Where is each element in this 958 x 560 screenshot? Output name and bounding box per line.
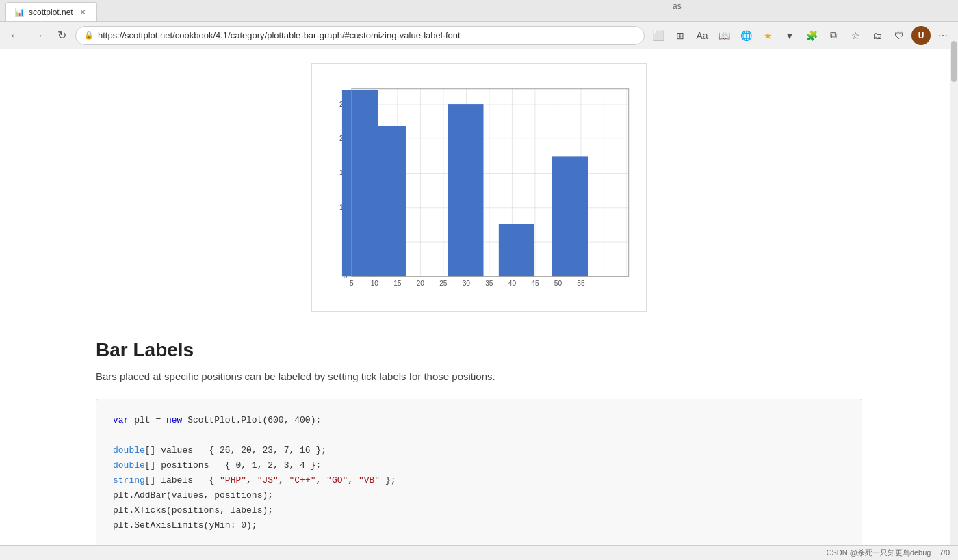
tab-search-button[interactable]: ⊞ bbox=[671, 26, 690, 45]
browser-tab[interactable]: 📊 scottplot.net ✕ bbox=[5, 2, 97, 21]
reader-button[interactable]: Aa bbox=[692, 26, 712, 45]
tab-title: scottplot.net bbox=[29, 8, 73, 17]
code-comma-4: , bbox=[348, 475, 359, 485]
svg-text:35: 35 bbox=[485, 280, 493, 287]
code-line4-rest: [] positions = { 0, 1, 2, 3, 4 }; bbox=[145, 460, 321, 470]
code-comma-1: , bbox=[246, 475, 257, 485]
code-line5-post: }; bbox=[380, 475, 396, 485]
code-line1-end: ScottPlot.Plot(600, 400); bbox=[182, 415, 321, 425]
collections-icon-button[interactable]: 🗂 bbox=[868, 26, 887, 45]
code-string-vb: "VB" bbox=[359, 475, 380, 485]
back-button[interactable]: ← bbox=[5, 26, 25, 45]
split-screen-button[interactable]: ⧉ bbox=[824, 26, 843, 45]
page-content: 0 5 10 15 20 25 5 10 15 20 25 30 35 40 4… bbox=[68, 49, 890, 560]
toolbar-icons: ⬜ ⊞ Aa 📖 🌐 ★ ▼ 🧩 ⧉ ☆ 🗂 🛡 U ⋯ bbox=[649, 26, 953, 45]
bar-4 bbox=[499, 224, 534, 276]
tab-favicon: 📊 bbox=[14, 8, 25, 17]
translate-button[interactable]: 🌐 bbox=[736, 26, 755, 45]
collections-button[interactable]: ▼ bbox=[780, 26, 799, 45]
code-line5-pre: [] labels = { bbox=[145, 475, 220, 485]
svg-text:40: 40 bbox=[508, 280, 517, 287]
section-title: Bar Labels bbox=[96, 339, 862, 361]
code-line7: plt.XTicks(positions, labels); bbox=[113, 505, 273, 516]
forward-button[interactable]: → bbox=[29, 26, 48, 45]
code-comma-3: , bbox=[316, 475, 327, 485]
section-description: Bars placed at specific positions can be… bbox=[96, 369, 862, 385]
svg-text:55: 55 bbox=[577, 280, 585, 287]
code-line8: plt.SetAxisLimits(yMin: 0); bbox=[113, 520, 257, 531]
status-bar: CSDN @杀死一只知更鸟debug 7/0 bbox=[0, 545, 958, 560]
svg-text:50: 50 bbox=[554, 280, 562, 287]
scrollbar-track[interactable] bbox=[950, 27, 958, 560]
code-type-double-2: double bbox=[113, 460, 145, 470]
svg-text:30: 30 bbox=[463, 280, 471, 287]
refresh-button[interactable]: ↻ bbox=[52, 26, 71, 45]
lock-icon: 🔒 bbox=[84, 31, 94, 40]
favorites-icon-button[interactable]: ☆ bbox=[846, 26, 865, 45]
bar-5 bbox=[552, 156, 588, 276]
profile-button[interactable]: U bbox=[911, 26, 931, 45]
svg-text:25: 25 bbox=[439, 280, 448, 287]
tab-close-button[interactable]: ✕ bbox=[77, 7, 88, 18]
svg-text:15: 15 bbox=[393, 280, 402, 287]
favorites-button[interactable]: ★ bbox=[758, 26, 777, 45]
code-type-double-1: double bbox=[113, 445, 145, 455]
code-string-cpp: "C++" bbox=[289, 475, 315, 485]
browser-essentials-button[interactable]: 🛡 bbox=[890, 26, 909, 45]
status-bar-text: CSDN @杀死一只知更鸟debug 7/0 bbox=[826, 548, 950, 558]
csdn-text: CSDN @杀死一只知更鸟debug bbox=[826, 548, 931, 557]
code-type-string: string bbox=[113, 475, 145, 485]
tab-bar: 📊 scottplot.net ✕ bbox=[0, 0, 958, 22]
svg-text:5: 5 bbox=[350, 280, 354, 287]
bar-3 bbox=[448, 104, 483, 276]
chart-area: 0 5 10 15 20 25 5 10 15 20 25 30 35 40 4… bbox=[323, 75, 635, 300]
address-bar[interactable]: 🔒 https://scottplot.net/cookbook/4.1/cat… bbox=[75, 26, 645, 45]
browser-chrome: ← → ↻ 🔒 https://scottplot.net/cookbook/4… bbox=[0, 22, 958, 49]
url-text: https://scottplot.net/cookbook/4.1/categ… bbox=[98, 30, 461, 40]
code-string-js: "JS" bbox=[257, 475, 279, 485]
cast-button[interactable]: ⬜ bbox=[649, 26, 668, 45]
code-comma-2: , bbox=[279, 475, 289, 485]
code-line3-rest: [] values = { 26, 20, 23, 7, 16 }; bbox=[145, 445, 326, 455]
code-var-keyword: var bbox=[113, 415, 129, 425]
zoom-text: 7/0 bbox=[940, 548, 950, 557]
code-string-php: "PHP" bbox=[220, 475, 246, 485]
immersive-reader-button[interactable]: 📖 bbox=[714, 26, 734, 45]
bar-chart-svg: 0 5 10 15 20 25 5 10 15 20 25 30 35 40 4… bbox=[323, 75, 635, 300]
extensions-button[interactable]: 🧩 bbox=[802, 26, 821, 45]
detected-as-text: as bbox=[673, 1, 682, 11]
svg-text:45: 45 bbox=[531, 280, 539, 287]
scrollbar-thumb[interactable] bbox=[951, 41, 957, 82]
code-block: var plt = new ScottPlot.Plot(600, 400); … bbox=[96, 399, 862, 561]
svg-text:10: 10 bbox=[371, 280, 379, 287]
bar-2 bbox=[370, 126, 406, 277]
chart-container: 0 5 10 15 20 25 5 10 15 20 25 30 35 40 4… bbox=[311, 63, 647, 312]
code-string-go: "GO" bbox=[326, 475, 348, 485]
code-line6: plt.AddBar(values, positions); bbox=[113, 490, 273, 501]
code-line1-rest: plt = bbox=[129, 415, 166, 425]
code-new-keyword: new bbox=[166, 415, 182, 425]
svg-text:20: 20 bbox=[417, 280, 425, 287]
